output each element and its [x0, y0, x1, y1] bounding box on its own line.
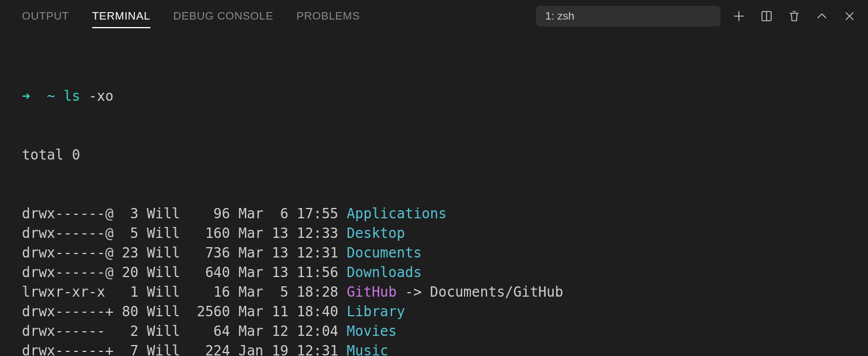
ls-row: drwx------ 2 Will 64 Mar 12 12:04 Movies: [22, 321, 846, 341]
ls-row-meta: drwx------@ 20 Will 640 Mar 13 11:56: [22, 264, 347, 281]
total-line: total 0: [22, 145, 846, 165]
close-panel-button[interactable]: [843, 9, 856, 23]
ls-row: drwx------@ 20 Will 640 Mar 13 11:56 Dow…: [22, 263, 846, 282]
ls-row-name: Downloads: [347, 264, 422, 281]
ls-row: drwx------+ 80 Will 2560 Mar 11 18:40 Li…: [22, 302, 846, 321]
ls-row: lrwxr-xr-x 1 Will 16 Mar 5 18:28 GitHub …: [22, 282, 846, 302]
terminal-selector[interactable]: 1: zsh: [536, 6, 720, 26]
prompt-line: ➜ ~ ls -xo: [22, 86, 846, 106]
chevron-down-icon: [704, 10, 714, 22]
panel-header: OUTPUTTERMINALDEBUG CONSOLEPROBLEMS 1: z…: [0, 0, 868, 32]
panel-tabs: OUTPUTTERMINALDEBUG CONSOLEPROBLEMS: [22, 4, 529, 28]
ls-row-name: Library: [347, 304, 405, 320]
ls-row: drwx------@ 3 Will 96 Mar 6 17:55 Applic…: [22, 204, 846, 224]
ls-row-name: Desktop: [347, 225, 405, 241]
symlink-target: Documents/GitHub: [430, 284, 563, 300]
terminal-output[interactable]: ➜ ~ ls -xo total 0 drwx------@ 3 Will 96…: [0, 32, 868, 356]
prompt-arrow: ➜: [22, 88, 30, 104]
ls-row: drwx------@ 5 Will 160 Mar 13 12:33 Desk…: [22, 224, 846, 243]
ls-row-meta: drwx------@ 23 Will 736 Mar 13 12:31: [22, 245, 347, 261]
ls-row: drwx------+ 7 Will 224 Jan 19 12:31 Musi…: [22, 341, 846, 356]
ls-row-meta: drwx------@ 5 Will 160 Mar 13 12:33: [22, 225, 347, 241]
ls-row-meta: drwx------@ 3 Will 96 Mar 6 17:55: [22, 206, 347, 222]
symlink-arrow: ->: [397, 284, 430, 300]
maximize-panel-button[interactable]: [815, 9, 829, 23]
ls-row-name: GitHub: [347, 284, 397, 300]
terminal-selector-label: 1: zsh: [545, 10, 704, 22]
ls-row: drwx------@ 23 Will 736 Mar 13 12:31 Doc…: [22, 243, 846, 263]
tab-debug-console[interactable]: DEBUG CONSOLE: [173, 4, 274, 28]
new-terminal-button[interactable]: [732, 9, 746, 23]
ls-row-meta: lrwxr-xr-x 1 Will 16 Mar 5 18:28: [22, 284, 347, 300]
prompt-args: -xo: [89, 88, 114, 104]
ls-row-name: Movies: [347, 323, 397, 339]
ls-row-meta: drwx------+ 80 Will 2560 Mar 11 18:40: [22, 304, 347, 320]
ls-row-meta: drwx------+ 7 Will 224 Jan 19 12:31: [22, 343, 347, 356]
ls-row-name: Applications: [347, 206, 447, 222]
kill-terminal-button[interactable]: [787, 9, 801, 23]
tab-output[interactable]: OUTPUT: [22, 4, 69, 28]
prompt-command: ls: [63, 88, 80, 104]
tab-terminal[interactable]: TERMINAL: [92, 4, 150, 28]
terminal-actions: [732, 9, 856, 23]
prompt-cwd: ~: [47, 88, 55, 104]
ls-row-name: Documents: [347, 245, 422, 261]
split-terminal-button[interactable]: [760, 9, 773, 23]
tab-problems[interactable]: PROBLEMS: [296, 4, 360, 28]
ls-row-name: Music: [347, 343, 388, 356]
ls-row-meta: drwx------ 2 Will 64 Mar 12 12:04: [22, 323, 347, 339]
